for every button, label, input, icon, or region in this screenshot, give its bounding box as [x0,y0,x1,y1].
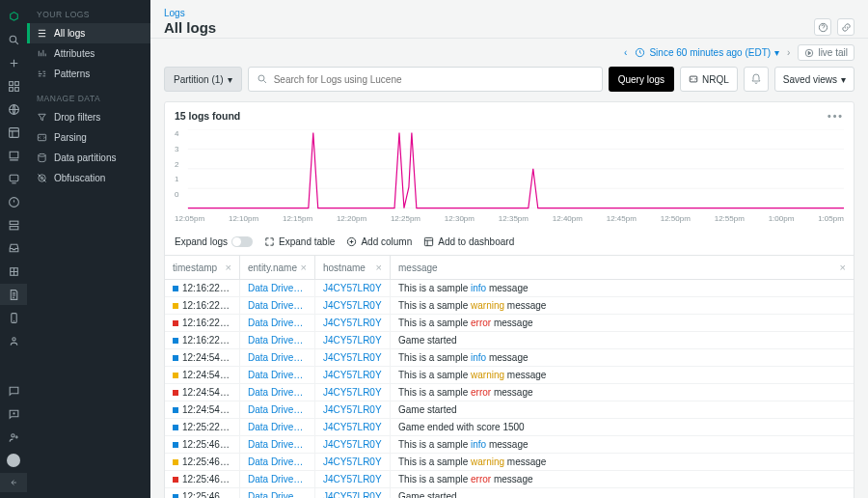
kubernetes-icon[interactable] [0,261,27,282]
browser-icon[interactable] [0,98,27,120]
cell-hostname[interactable]: J4CY57LR0Y [315,401,391,418]
cell-entity[interactable]: Data Driven Dave [240,315,315,331]
cell-entity[interactable]: Data Driven Dave [240,349,315,366]
cell-message: This is a sample info message [391,349,854,366]
add-column-button[interactable]: Add column [346,236,412,247]
cell-entity[interactable]: Data Driven Dave [240,488,315,498]
table-row[interactable]: 12:25:46.211 Data Driven Dave J4CY57LR0Y… [165,471,854,488]
invite-icon[interactable] [0,427,27,448]
search-box[interactable] [248,67,603,92]
cell-entity[interactable]: Data Driven Dave [240,436,315,453]
saved-views-dropdown[interactable]: Saved views▾ [774,67,854,92]
sidebar-item-patterns[interactable]: Patterns [27,64,150,84]
dashboards-icon[interactable] [0,122,27,143]
mobile-icon[interactable] [0,307,27,328]
time-range-picker[interactable]: Since 60 minutes ago (EDT) ▾ [635,47,779,58]
cell-hostname[interactable]: J4CY57LR0Y [315,419,391,435]
table-row[interactable]: 12:24:54.709 Data Driven Dave J4CY57LR0Y… [165,367,854,384]
cell-hostname[interactable]: J4CY57LR0Y [315,384,391,401]
cell-hostname[interactable]: J4CY57LR0Y [315,280,391,296]
cell-entity[interactable]: Data Driven Dave [240,280,315,296]
all-entities-icon[interactable] [0,75,27,97]
table-row[interactable]: 12:25:46.211 Data Driven Dave J4CY57LR0Y… [165,454,854,471]
notifications-icon[interactable] [744,67,769,92]
cell-entity[interactable]: Data Driven Dave [240,419,315,435]
logo-icon[interactable] [0,6,27,27]
errors-icon[interactable] [0,191,27,212]
cell-timestamp: 12:16:22.209 [165,315,240,331]
cell-entity[interactable]: Data Driven Dave [240,367,315,383]
remove-col-icon[interactable]: × [376,262,382,273]
expand-logs-toggle[interactable]: Expand logs [175,236,253,247]
help-icon[interactable] [814,18,831,36]
sidebar-item-all-logs[interactable]: All logs [27,23,150,43]
table-row[interactable]: 12:16:22.209 Data Driven Dave J4CY57LR0Y… [165,332,854,349]
cell-timestamp: 12:16:22.209 [165,297,240,314]
cell-entity[interactable]: Data Driven Dave [240,384,315,401]
time-prev-icon[interactable]: ‹ [624,47,627,58]
cell-hostname[interactable]: J4CY57LR0Y [315,315,391,331]
search-icon[interactable] [0,29,27,50]
cell-hostname[interactable]: J4CY57LR0Y [315,332,391,348]
timeline-chart[interactable]: 43210 [165,129,854,214]
apm-icon[interactable] [0,168,27,189]
cell-hostname[interactable]: J4CY57LR0Y [315,471,391,487]
feedback-icon[interactable] [0,380,27,401]
cell-entity[interactable]: Data Driven Dave [240,401,315,418]
table-row[interactable]: 12:25:46.210 Data Driven Dave J4CY57LR0Y… [165,436,854,454]
remove-col-icon[interactable]: × [226,262,231,273]
cell-hostname[interactable]: J4CY57LR0Y [315,436,391,453]
synthetics-icon[interactable] [0,330,27,351]
cell-hostname[interactable]: J4CY57LR0Y [315,349,391,366]
sidebar-item-attributes[interactable]: Attributes [27,43,150,64]
col-timestamp[interactable]: timestamp× [165,256,240,279]
partition-dropdown[interactable]: Partition (1)▾ [164,67,242,92]
share-icon[interactable] [837,18,854,36]
table-row[interactable]: 12:16:22.209 Data Driven Dave J4CY57LR0Y… [165,315,854,332]
sidebar-section-your-logs: YOUR LOGS [27,10,150,23]
add-icon[interactable] [0,52,27,73]
breadcrumb[interactable]: Logs [164,8,854,18]
cell-hostname[interactable]: J4CY57LR0Y [315,297,391,314]
avatar[interactable] [0,450,27,471]
expand-table-button[interactable]: Expand table [264,236,335,247]
live-tail-button[interactable]: live tail [798,44,854,61]
cell-entity[interactable]: Data Driven Dave [240,454,315,470]
table-row[interactable]: 12:24:54.709 Data Driven Dave J4CY57LR0Y… [165,349,854,367]
sidebar-item-drop-filters[interactable]: Drop filters [27,107,150,127]
cell-entity[interactable]: Data Driven Dave [240,471,315,487]
table-row[interactable]: 12:25:46.211 Data Driven Dave J4CY57LR0Y… [165,488,854,498]
table-row[interactable]: 12:24:54.709 Data Driven Dave J4CY57LR0Y… [165,384,854,401]
cell-entity[interactable]: Data Driven Dave [240,332,315,348]
infra-icon[interactable] [0,214,27,235]
help-rail-icon[interactable] [0,403,27,425]
table-row[interactable]: 12:24:54.709 Data Driven Dave J4CY57LR0Y… [165,401,854,419]
card-menu-icon[interactable]: ••• [827,110,844,122]
logs-icon[interactable] [0,284,27,305]
remove-col-icon[interactable]: × [301,262,307,273]
sidebar-item-data-partitions[interactable]: Data partitions [27,148,150,168]
cell-hostname[interactable]: J4CY57LR0Y [315,367,391,383]
sidebar-item-obfuscation[interactable]: Obfuscation [27,168,150,188]
add-dashboard-button[interactable]: Add to dashboard [423,236,514,247]
alerts-icon[interactable] [0,145,27,166]
sidebar-item-parsing[interactable]: Parsing [27,127,150,148]
col-hostname[interactable]: hostname× [315,256,391,279]
table-row[interactable]: 12:16:22.209 Data Driven Dave J4CY57LR0Y… [165,297,854,315]
cell-message: Game ended with score 1500 [391,419,854,435]
collapse-rail[interactable] [0,473,27,492]
cell-entity[interactable]: Data Driven Dave [240,297,315,314]
col-message[interactable]: message× [391,256,854,279]
cell-timestamp: 12:24:54.709 [165,367,240,383]
search-input[interactable] [274,74,594,85]
cell-hostname[interactable]: J4CY57LR0Y [315,454,391,470]
col-entity[interactable]: entity.name× [240,256,315,279]
table-row[interactable]: 12:16:22.209 Data Driven Dave J4CY57LR0Y… [165,280,854,297]
cell-hostname[interactable]: J4CY57LR0Y [315,488,391,498]
remove-col-icon[interactable]: × [840,262,846,273]
query-logs-button[interactable]: Query logs [609,67,674,92]
table-row[interactable]: 12:25:22.348 Data Driven Dave J4CY57LR0Y… [165,419,854,436]
nrql-button[interactable]: NRQL [680,67,738,92]
time-next-icon[interactable]: › [787,47,790,58]
inbox-icon[interactable] [0,237,27,259]
